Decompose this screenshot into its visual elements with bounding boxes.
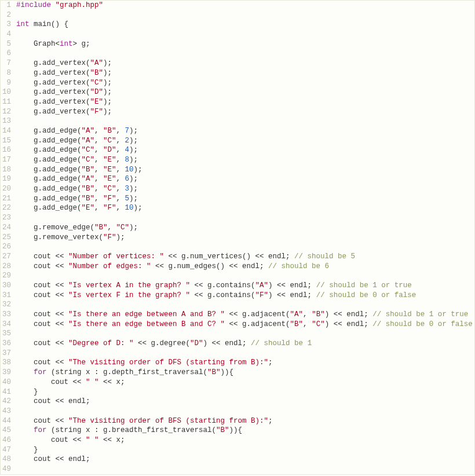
- token-txt: g.remove_vertex(: [16, 233, 103, 241]
- token-txt: ;: [268, 417, 273, 425]
- token-str: "B": [94, 224, 108, 232]
- token-num: 4: [125, 146, 130, 154]
- code-line: g.add_edge("C", "D", 4);: [16, 145, 474, 155]
- token-txt: );: [129, 156, 138, 164]
- code-line: [16, 349, 474, 358]
- line-number: 38: [1, 358, 11, 368]
- token-str: "A": [82, 175, 95, 183]
- token-kw: int: [60, 40, 73, 48]
- token-str: "Number of vertices: ": [68, 252, 164, 261]
- line-number: 40: [1, 378, 11, 387]
- token-cmt: // should be 5: [294, 252, 355, 261]
- token-txt: g.add_vertex(: [16, 69, 90, 77]
- line-number: 9: [1, 78, 11, 88]
- code-line: [16, 407, 474, 416]
- token-num: 7: [125, 127, 130, 135]
- token-cmt: // should be 0 or false: [372, 320, 473, 328]
- code-line: g.add_edge("B", "F", 5);: [16, 194, 474, 204]
- token-str: "B": [90, 69, 104, 77]
- code-line: [16, 10, 474, 20]
- token-str: "F": [103, 195, 116, 203]
- line-number: 33: [1, 310, 11, 320]
- line-number: 31: [1, 291, 11, 301]
- token-txt: << g.num_vertices() << endl;: [164, 252, 294, 261]
- token-txt: );: [129, 146, 138, 154]
- token-str: "The visiting order of BFS (starting fro…: [68, 417, 268, 425]
- line-number: 47: [1, 445, 11, 455]
- code-line: g.add_edge("E", "F", 10);: [16, 203, 474, 213]
- token-txt: );: [134, 166, 142, 174]
- token-txt: cout <<: [16, 339, 68, 347]
- code-line: cout << "The visiting order of BFS (star…: [16, 416, 474, 426]
- line-number: 27: [1, 252, 11, 262]
- line-number: 36: [1, 339, 11, 349]
- token-txt: ,: [108, 224, 116, 232]
- line-number: 2: [1, 10, 11, 20]
- token-str: "B": [216, 426, 229, 434]
- code-line: for (string x : g.depth_first_traversal(…: [16, 368, 474, 378]
- token-str: "Is vertex F in the graph? ": [68, 291, 190, 299]
- token-txt: ,: [116, 137, 125, 145]
- line-number: 17: [1, 155, 11, 165]
- token-str: "C": [90, 79, 104, 87]
- token-txt: );: [103, 88, 112, 96]
- token-txt: g.add_edge(: [16, 146, 82, 154]
- token-txt: [16, 368, 34, 376]
- code-line: g.remove_vertex("F");: [16, 233, 474, 243]
- token-txt: ,: [94, 146, 103, 154]
- token-txt: cout <<: [16, 252, 68, 261]
- token-txt: << g.degree(: [134, 339, 191, 347]
- token-txt: )){: [229, 426, 243, 434]
- line-number: 19: [1, 174, 11, 184]
- token-txt: g.add_vertex(: [16, 98, 90, 106]
- code-line: g.add_vertex("D");: [16, 87, 474, 97]
- token-txt: ,: [116, 166, 125, 174]
- code-line: cout << " " << x;: [16, 435, 474, 445]
- token-txt: ,: [94, 185, 103, 193]
- line-number: 45: [1, 426, 11, 435]
- token-txt: ,: [94, 204, 103, 212]
- token-str: "B": [82, 166, 95, 174]
- code-line: for (string x : g.breadth_first_traversa…: [16, 426, 474, 435]
- token-str: "D": [190, 339, 203, 347]
- line-number: 11: [1, 97, 11, 107]
- code-line: g.add_vertex("C");: [16, 78, 474, 88]
- token-txt: ,: [303, 310, 312, 318]
- code-line: g.add_edge("A", "B", 7);: [16, 126, 474, 136]
- code-line: cout << "Is there an edge between B and …: [16, 320, 474, 329]
- token-txt: << x;: [99, 436, 125, 444]
- token-txt: cout << endl;: [16, 455, 90, 463]
- token-txt: );: [129, 185, 138, 193]
- line-number: 46: [1, 435, 11, 445]
- token-txt: );: [129, 224, 138, 232]
- token-num: 3: [125, 185, 130, 193]
- line-number: 5: [1, 39, 11, 49]
- line-number: 30: [1, 281, 11, 291]
- code-line: }: [16, 445, 474, 455]
- token-txt: ;: [268, 358, 273, 367]
- code-line: cout << "Number of vertices: " << g.num_…: [16, 252, 474, 262]
- line-number: 24: [1, 223, 11, 233]
- line-number: 42: [1, 397, 11, 407]
- token-str: "Is there an edge between A and B? ": [68, 310, 225, 318]
- code-line: [16, 213, 474, 223]
- code-content[interactable]: #include "graph.hpp" int main() { Graph<…: [13, 1, 474, 474]
- token-str: "C": [116, 224, 130, 232]
- line-number: 8: [1, 68, 11, 78]
- token-str: "C": [103, 185, 116, 193]
- code-line: cout << endl;: [16, 455, 474, 464]
- token-txt: g.add_edge(: [16, 204, 82, 212]
- token-txt: g.add_edge(: [16, 195, 82, 203]
- code-line: g.add_vertex("E");: [16, 97, 474, 107]
- token-txt: (string x : g.breadth_first_traversal(: [47, 426, 217, 434]
- token-num: 6: [125, 175, 130, 183]
- token-cmt: // should be 1 or true: [316, 281, 412, 290]
- token-num: 8: [125, 156, 130, 164]
- line-number-gutter: 1234567891011121314151617181920212223242…: [1, 1, 13, 474]
- line-number: 15: [1, 136, 11, 146]
- token-txt: g.add_edge(: [16, 166, 82, 174]
- token-kw: int: [16, 20, 30, 28]
- code-line: g.add_vertex("A");: [16, 58, 474, 68]
- token-str: "E": [103, 175, 116, 183]
- token-txt: ,: [116, 204, 125, 212]
